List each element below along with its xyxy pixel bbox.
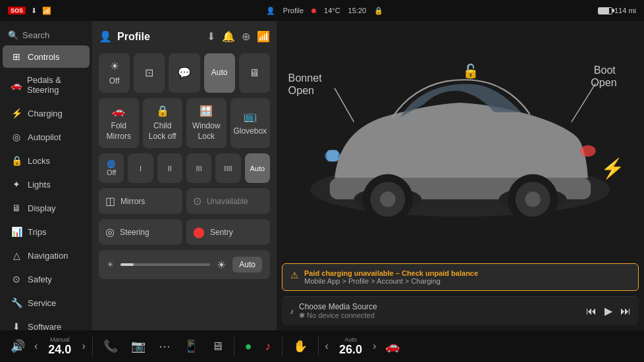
svg-rect-11 xyxy=(327,150,338,162)
safety-icon: ⊙ xyxy=(11,274,22,284)
svg-point-12 xyxy=(580,145,595,157)
apps-button[interactable]: ⋯ xyxy=(153,336,176,356)
sentry-icon: ⬤ xyxy=(193,226,205,238)
download-action-icon[interactable]: ⬇ xyxy=(207,30,215,43)
brightness-slider[interactable] xyxy=(121,263,210,266)
speed-down-button[interactable]: ‹ xyxy=(324,339,330,353)
sidebar-item-navigation[interactable]: △ Navigation xyxy=(3,244,90,267)
wiper-icon: 🌀 xyxy=(107,160,116,168)
sidebar-label-navigation: Navigation xyxy=(28,251,68,261)
play-button[interactable]: ▶ xyxy=(604,305,612,317)
fan-button[interactable]: 💬 xyxy=(169,53,200,93)
mirrors-feature-row: ◫ Mirrors ⊙ Unavailable xyxy=(99,188,270,214)
display-mode-button[interactable]: 🖥 xyxy=(239,53,270,93)
sidebar-label-lights: Lights xyxy=(28,180,51,190)
car-status-button[interactable]: 🚗 xyxy=(380,336,405,356)
window-lock-button[interactable]: 🪟 Window Lock xyxy=(186,98,227,148)
sidebar-label-safety: Safety xyxy=(28,274,52,284)
warning-banner: ⚠ Paid charging unavailable – Check unpa… xyxy=(282,263,639,291)
search-button[interactable]: 🔍 Search xyxy=(0,26,92,44)
mirror-button[interactable]: 📱 xyxy=(178,336,203,356)
bell-icon[interactable]: 🔔 xyxy=(222,30,235,43)
wiper-2-button[interactable]: II xyxy=(157,153,182,183)
sidebar-item-autopilot[interactable]: ◎ Autopilot xyxy=(3,126,90,148)
sidebar-item-controls[interactable]: ⊞ Controls xyxy=(3,45,90,68)
wiper-4-button[interactable]: IIII xyxy=(215,153,240,183)
signal-action-icon[interactable]: 📶 xyxy=(257,30,270,43)
sidebar-item-display[interactable]: 🖥 Display xyxy=(3,197,90,219)
warning-subtitle: Mobile App > Profile > Account > Chargin… xyxy=(304,277,478,285)
brightness-high-icon: ☀ xyxy=(217,259,226,271)
volume-down-button[interactable]: ‹ xyxy=(33,339,39,353)
volume-arrows: ‹ Manual 24.0 › xyxy=(33,334,87,359)
mirrors-feature-button[interactable]: ◫ Mirrors xyxy=(99,188,182,214)
service-icon: 🔧 xyxy=(11,297,22,308)
auto-climate-label: Auto xyxy=(211,68,228,78)
glovebox-button[interactable]: 📺 Glovebox xyxy=(230,98,271,148)
brightness-auto-button[interactable]: Auto xyxy=(232,257,262,272)
sidebar-item-software[interactable]: ⬇ Software xyxy=(3,315,90,330)
sidebar-label-controls: Controls xyxy=(28,52,59,62)
volume-up-button[interactable]: › xyxy=(80,339,86,353)
sidebar-item-charging[interactable]: ⚡ Charging xyxy=(3,102,90,124)
wiper-1-button[interactable]: I xyxy=(128,153,153,183)
sidebar-label-software: Software xyxy=(28,322,61,331)
next-track-button[interactable]: ⏭ xyxy=(620,305,631,317)
taskbar: 🔊 ‹ Manual 24.0 › 📞 📷 ⋯ 📱 🖥 ● ♪ ✋ ‹ xyxy=(0,330,644,362)
window-lock-label: Window Lock xyxy=(192,121,221,142)
sun-off-label: Off xyxy=(109,76,120,87)
warning-text: Paid charging unavailable – Check unpaid… xyxy=(304,269,478,285)
car-svg: Bonnet Open Boot Open 🔓 ⚡ xyxy=(277,28,644,265)
mirrors-feature-label: Mirrors xyxy=(121,197,145,206)
child-lock-button[interactable]: 🔒 Child Lock off xyxy=(143,98,183,148)
svg-text:Bonnet: Bonnet xyxy=(288,72,323,84)
camera-button[interactable]: 📷 xyxy=(126,336,151,356)
speed-up-button[interactable]: › xyxy=(371,339,377,353)
apple-music-button[interactable]: ♪ xyxy=(260,337,277,356)
unavailable-feature-button[interactable]: ⊙ Unavailable xyxy=(186,188,270,214)
warning-icon: ⚠ xyxy=(290,270,299,280)
media-subtitle: ✱ No device connected xyxy=(299,311,377,320)
screen-button[interactable]: 🖥 xyxy=(206,337,228,356)
sidebar-item-lights[interactable]: ✦ Lights xyxy=(3,173,90,195)
bluetooth-icon[interactable]: ⊕ xyxy=(242,30,250,43)
media-title: Choose Media Source xyxy=(299,302,377,311)
sun-off-button[interactable]: ☀ Off xyxy=(99,53,130,93)
sidebar-item-service[interactable]: 🔧 Service xyxy=(3,292,90,314)
profile-label[interactable]: Profile xyxy=(283,7,304,14)
volume-display: Manual 24.0 xyxy=(41,334,78,359)
auto-controls-row: ☀ Off ⊡ 💬 Auto 🖥 xyxy=(99,53,270,93)
sidebar-label-display: Display xyxy=(28,203,56,213)
spotify-button[interactable]: ● xyxy=(240,337,257,356)
sidebar-item-pedals[interactable]: 🚗 Pedals & Steering xyxy=(3,69,90,101)
prev-track-button[interactable]: ⏮ xyxy=(586,305,597,317)
steering-label: Steering xyxy=(120,228,149,237)
panel-header: 👤 Profile ⬇ 🔔 ⊕ 📶 xyxy=(99,28,270,48)
person-icon: 👤 xyxy=(99,30,112,43)
sidebar-item-locks[interactable]: 🔒 Locks xyxy=(3,149,90,172)
spotify-icon: ● xyxy=(245,340,252,353)
unavail-icon: ⊙ xyxy=(193,195,201,207)
auto-climate-button[interactable]: Auto xyxy=(204,53,235,93)
hand-button[interactable]: ✋ xyxy=(288,336,313,356)
wiper-off-button[interactable]: 🌀 Off xyxy=(99,153,124,183)
volume-control[interactable]: 🔊 xyxy=(5,336,30,356)
ac-button[interactable]: ⊡ xyxy=(134,53,165,93)
phone-icon: 📞 xyxy=(103,339,118,353)
clock: 15:20 xyxy=(348,7,367,14)
controls-icon: ⊞ xyxy=(11,51,22,62)
fold-mirrors-button[interactable]: 🚗 Fold Mirrors xyxy=(99,98,139,148)
sentry-button[interactable]: ⬤ Sentry xyxy=(186,219,270,245)
wiper-3-button[interactable]: III xyxy=(186,153,211,183)
phone-button[interactable]: 📞 xyxy=(98,336,123,356)
main-content: 🔍 Search ⊞ Controls 🚗 Pedals & Steering … xyxy=(0,21,644,330)
sidebar-item-trips[interactable]: 📊 Trips xyxy=(3,220,90,243)
car-display: Bonnet Open Boot Open 🔓 ⚡ xyxy=(277,21,644,258)
svg-line-13 xyxy=(335,88,354,122)
steering-feature-button[interactable]: ◎ Steering xyxy=(99,219,182,245)
sidebar-item-safety[interactable]: ⊙ Safety xyxy=(3,268,90,290)
search-icon: 🔍 xyxy=(8,30,18,40)
fan-icon: 💬 xyxy=(178,66,191,80)
steering-feature-row: ◎ Steering ⬤ Sentry xyxy=(99,219,270,245)
wiper-auto-button[interactable]: Auto xyxy=(245,153,270,183)
